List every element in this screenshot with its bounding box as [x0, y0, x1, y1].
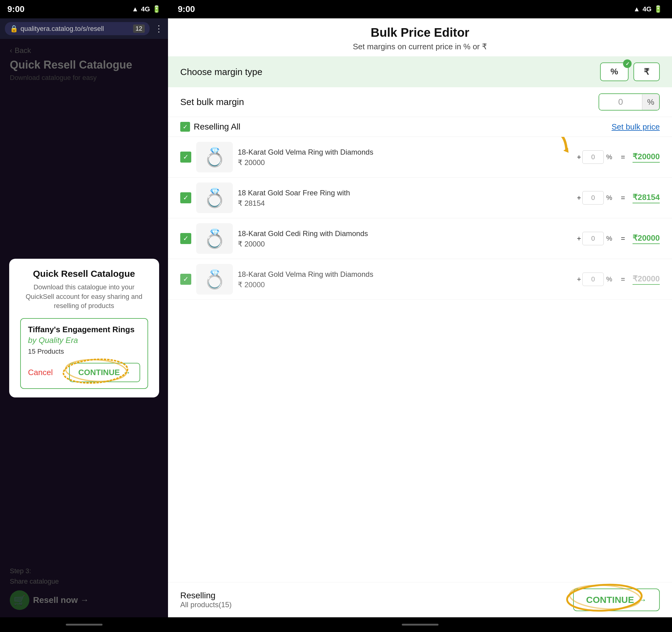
- time-left: 9:00: [7, 4, 24, 14]
- product-thumbnail-3: 💍: [196, 223, 233, 254]
- url-bar[interactable]: 🔒 qualityera.catalog.to/s/resell 12: [5, 22, 150, 35]
- bottom-action-bar: Reselling All products(15) CONTINUE →: [168, 582, 672, 617]
- status-bar-left: 9:00 ▲ 4G 🔋: [0, 0, 168, 18]
- reselling-all-checkbox[interactable]: ✓: [180, 122, 190, 132]
- table-row: ✓ 💍 18-Karat Gold Velma Ring with Diamon…: [168, 259, 672, 300]
- menu-icon[interactable]: ⋮: [154, 24, 163, 34]
- table-row: ✓ 💍 18 Karat Gold Soar Free Ring with ₹ …: [168, 178, 672, 218]
- bulk-price-subtitle: Set margins on current price in % or ₹: [168, 42, 672, 56]
- product-checkbox-4[interactable]: ✓: [180, 274, 191, 285]
- equals-1: =: [621, 153, 625, 161]
- status-bar-right: 9:00 ▲ 4G 🔋: [168, 0, 672, 18]
- modal-box: Quick Resell Catalogue Download this cat…: [9, 259, 159, 397]
- home-indicator-left: [0, 617, 168, 632]
- wifi-icon-right: ▲: [633, 5, 640, 13]
- product-thumbnail-4: 💍: [196, 264, 233, 295]
- ring-image-3: 💍: [203, 228, 226, 250]
- modal-overlay: Quick Resell Catalogue Download this cat…: [0, 39, 168, 617]
- ring-image-4: 💍: [203, 268, 226, 290]
- bulk-margin-unit: %: [642, 94, 659, 110]
- modal-card-products: 15 Products: [28, 348, 140, 355]
- modal-card-title: Tiffany's Engagement Rings: [28, 325, 140, 334]
- product-margin-unit-4: %: [605, 275, 614, 283]
- plus-sign-2: +: [577, 193, 581, 202]
- cancel-button[interactable]: Cancel: [28, 368, 53, 377]
- modal-actions: Cancel CONTINUE →: [28, 363, 140, 382]
- product-margin-group-4: + %: [577, 273, 614, 286]
- product-margin-group-2: + %: [577, 191, 614, 205]
- product-price-1: ₹ 20000: [238, 158, 572, 167]
- plus-sign-3: +: [577, 234, 581, 243]
- battery-icon: 🔋: [152, 5, 161, 13]
- margin-type-row: Choose margin type % ✓ ₹: [168, 56, 672, 87]
- reselling-all-label: ✓ Reselling All: [180, 122, 241, 132]
- product-name-3: 18-Karat Gold Cedi Ring with Diamonds: [238, 229, 572, 238]
- product-thumbnail-2: 💍: [196, 183, 233, 213]
- margin-type-options: % ✓ ₹: [600, 63, 660, 81]
- products-list: ✓ 💍 18-Karat Gold Velma Ring with Diamon…: [168, 137, 672, 582]
- wifi-icon: ▲: [132, 5, 139, 13]
- product-info-1: 18-Karat Gold Velma Ring with Diamonds ₹…: [238, 147, 572, 167]
- product-info-4: 18-Karat Gold Velma Ring with Diamonds ₹…: [238, 270, 572, 289]
- status-icons-right: ▲ 4G 🔋: [633, 5, 662, 13]
- tab-count[interactable]: 12: [133, 24, 145, 33]
- continue-arrow-right: →: [638, 595, 647, 605]
- product-name-4: 18-Karat Gold Velma Ring with Diamonds: [238, 270, 572, 279]
- margin-percent-button[interactable]: % ✓: [600, 63, 628, 81]
- right-main-content: Bulk Price Editor Set margins on current…: [168, 18, 672, 617]
- product-margin-input-4[interactable]: [582, 273, 604, 286]
- product-margin-input-3[interactable]: [582, 232, 604, 245]
- continue-button-left[interactable]: CONTINUE →: [69, 363, 140, 382]
- product-checkbox-1[interactable]: ✓: [180, 151, 191, 163]
- equals-4: =: [621, 275, 625, 284]
- result-price-4: ₹20000: [632, 274, 660, 285]
- product-checkbox-3[interactable]: ✓: [180, 233, 191, 244]
- margin-type-label: Choose margin type: [180, 67, 262, 77]
- signal-icon: 4G: [141, 5, 150, 13]
- product-margin-input-1[interactable]: [582, 150, 604, 164]
- modal-title: Quick Resell Catalogue: [20, 268, 148, 279]
- modal-card: Tiffany's Engagement Rings by Quality Er…: [20, 318, 148, 389]
- table-row: ✓ 💍 18-Karat Gold Cedi Ring with Diamond…: [168, 218, 672, 259]
- product-info-2: 18 Karat Gold Soar Free Ring with ₹ 2815…: [238, 188, 572, 207]
- bulk-margin-input[interactable]: [599, 94, 642, 110]
- table-row: ✓ 💍 18-Karat Gold Velma Ring with Diamon…: [168, 137, 672, 178]
- product-margin-group-1: + %: [577, 150, 614, 164]
- home-indicator-right: [168, 617, 672, 632]
- result-price-1: ₹20000: [632, 152, 660, 163]
- reselling-count: All products(15): [180, 601, 232, 609]
- plus-sign-4: +: [577, 275, 581, 284]
- reselling-label: Reselling: [180, 591, 232, 601]
- reselling-info: Reselling All products(15): [180, 591, 232, 609]
- product-price-4: ₹ 20000: [238, 280, 572, 289]
- product-price-3: ₹ 20000: [238, 240, 572, 248]
- product-margin-unit-1: %: [605, 153, 614, 161]
- product-margin-group-3: + %: [577, 232, 614, 245]
- left-panel: 9:00 ▲ 4G 🔋 🔒 qualityera.catalog.to/s/re…: [0, 0, 168, 632]
- continue-label-right: CONTINUE: [586, 595, 634, 605]
- lock-icon: 🔒: [10, 25, 18, 33]
- continue-button-wrapper: CONTINUE →: [69, 363, 140, 382]
- continue-right-wrapper: CONTINUE →: [573, 588, 660, 611]
- result-price-2: ₹28154: [632, 193, 660, 203]
- time-right: 9:00: [178, 4, 195, 14]
- product-margin-input-2[interactable]: [582, 191, 604, 205]
- checkmark-badge: ✓: [623, 60, 632, 68]
- battery-icon-right: 🔋: [654, 5, 662, 13]
- home-bar-right: [402, 624, 438, 626]
- left-background-content: ‹ Back Quick Resell Catalogue Download c…: [0, 39, 168, 617]
- continue-label-left: CONTINUE: [78, 368, 120, 377]
- home-bar-left: [66, 624, 102, 626]
- continue-button-right[interactable]: CONTINUE →: [573, 588, 660, 611]
- product-checkbox-2[interactable]: ✓: [180, 192, 191, 203]
- browser-bar: 🔒 qualityera.catalog.to/s/resell 12 ⋮: [0, 18, 168, 39]
- result-price-3: ₹20000: [632, 233, 660, 244]
- set-bulk-price-link[interactable]: Set bulk price: [611, 122, 660, 132]
- margin-rupee-button[interactable]: ₹: [633, 63, 660, 81]
- product-margin-unit-3: %: [605, 235, 614, 242]
- reselling-all-row: ✓ Reselling All Set bulk price: [168, 117, 672, 137]
- ring-image-2: 💍: [203, 187, 226, 209]
- modal-card-brand: by Quality Era: [28, 335, 140, 345]
- plus-sign-1: +: [577, 153, 581, 161]
- ring-image-1: 💍: [203, 146, 226, 168]
